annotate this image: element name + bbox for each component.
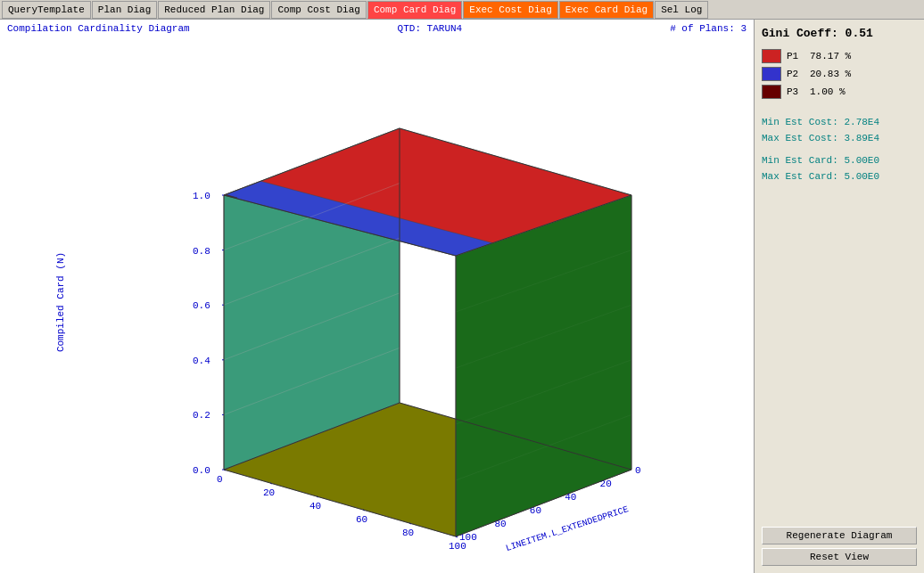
button-section: Regenerate Diagram Reset View [762,527,917,566]
tab-querytemplate[interactable]: QueryTemplate [2,1,91,19]
legend-color-p1 [762,49,781,63]
svg-text:100: 100 [459,532,477,543]
legend-color-p3 [762,85,781,99]
chart-header: Compilation Cardinality Diagram QTD: TAR… [0,20,754,37]
min-est-card: Min Est Card: 5.00E0 [762,153,917,169]
svg-text:1.0: 1.0 [193,191,210,201]
chart-plans: # of Plans: 3 [670,23,747,34]
main-content: Compilation Cardinality Diagram QTD: TAR… [0,20,924,573]
chart-title: Compilation Cardinality Diagram [7,23,190,34]
svg-text:20: 20 [599,479,611,489]
svg-text:0: 0 [635,465,641,476]
tab-execcarddiag[interactable]: Exec Card Diag [559,1,654,19]
legend-label-p3: P3 [787,86,804,97]
svg-text:0.4: 0.4 [193,355,210,365]
right-panel: Gini Coeff: 0.51 P1 78.17 % P2 20.83 % P… [755,20,924,573]
svg-text:80: 80 [402,528,414,538]
legend-item-p1: P1 78.17 % [762,49,917,63]
3d-chart-svg[interactable]: 0.00.20.40.60.81.00204060801001008060402… [105,53,676,552]
svg-text:60: 60 [529,505,540,516]
tab-compcarddiag[interactable]: Comp Card Diag [367,1,462,19]
tab-reducedplandiag[interactable]: Reduced Plan Diag [158,1,270,19]
legend-label-p1: P1 [787,51,804,61]
svg-text:40: 40 [309,501,321,512]
svg-text:40: 40 [565,492,576,503]
legend-value-p2: 20.83 % [810,69,851,79]
tab-sellog[interactable]: Sel Log [655,1,708,19]
legend-label-p2: P2 [787,69,804,79]
svg-text:0: 0 [217,474,223,485]
tab-execcostdiag[interactable]: Exec Cost Diag [463,1,557,19]
max-est-card: Max Est Card: 5.00E0 [762,169,917,185]
tab-bar: QueryTemplate Plan Diag Reduced Plan Dia… [0,0,924,20]
svg-text:0.6: 0.6 [193,300,210,311]
reset-view-button[interactable]: Reset View [762,548,917,566]
svg-text:20: 20 [263,487,275,498]
svg-text:0.0: 0.0 [193,465,210,476]
tab-compcostdiag[interactable]: Comp Cost Diag [271,1,366,19]
legend-value-p3: 1.00 % [810,86,846,97]
legend-item-p3: P3 1.00 % [762,85,917,99]
chart-container[interactable]: Compiled Card (N) 0.00.20.40.60.81.00204… [0,37,754,566]
chart-area: Compilation Cardinality Diagram QTD: TAR… [0,20,755,573]
gini-coefficient: Gini Coeff: 0.51 [762,27,917,40]
svg-text:0.2: 0.2 [193,410,210,421]
svg-text:0.8: 0.8 [193,245,210,256]
svg-text:60: 60 [356,514,367,525]
legend-value-p1: 78.17 % [810,51,851,61]
legend-item-p2: P2 20.83 % [762,67,917,81]
tab-plandiag[interactable]: Plan Diag [92,1,157,19]
svg-text:80: 80 [494,519,506,529]
legend: P1 78.17 % P2 20.83 % P3 1.00 % [762,49,917,102]
max-est-cost: Max Est Cost: 3.89E4 [762,131,917,147]
svg-text:LINEITEM.L_EXTENDEDPRICE: LINEITEM.L_EXTENDEDPRICE [504,504,629,552]
min-est-cost: Min Est Cost: 2.78E4 [762,115,917,131]
chart-qtd: QTD: TARUN4 [398,23,463,34]
regenerate-button[interactable]: Regenerate Diagram [762,527,917,544]
y-axis-label: Compiled Card (N) [55,251,66,351]
legend-color-p2 [762,67,781,81]
stats-section: Min Est Cost: 2.78E4 Max Est Cost: 3.89E… [762,115,917,184]
